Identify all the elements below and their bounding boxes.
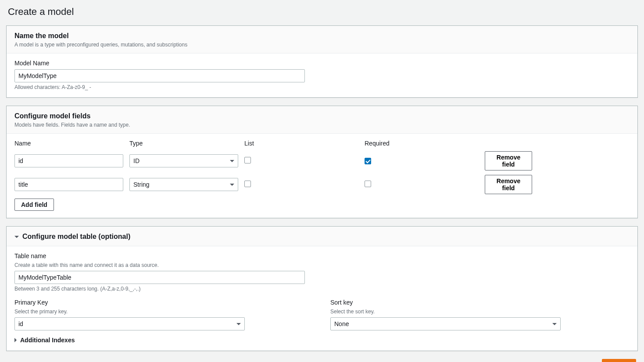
primary-key-label: Primary Key: [14, 299, 251, 306]
col-required: Required: [365, 140, 479, 147]
panel-config-table: Configure model table (optional) Table n…: [6, 226, 638, 351]
panel-name-model-desc: A model is a type with preconfigured que…: [14, 42, 630, 48]
panel-name-model: Name the model A model is a type with pr…: [6, 25, 638, 98]
field-type-value: String: [133, 181, 150, 188]
field-row: String Remove field: [14, 175, 630, 194]
field-list-checkbox[interactable]: [244, 157, 251, 163]
fields-header-row: Name Type List Required: [14, 140, 630, 147]
table-name-help: Between 3 and 255 characters long. (A-Z,…: [14, 286, 630, 292]
field-row: ID Remove field: [14, 151, 630, 170]
panel-config-table-header[interactable]: Configure model table (optional): [7, 227, 637, 246]
chevron-right-icon: [14, 338, 17, 342]
table-name-desc: Create a table with this name and connec…: [14, 262, 630, 268]
cancel-button[interactable]: Cancel: [563, 359, 597, 362]
primary-key-desc: Select the primary key.: [14, 309, 251, 315]
primary-key-select[interactable]: id: [14, 317, 245, 330]
remove-field-button[interactable]: Remove field: [485, 151, 532, 170]
panel-name-model-title: Name the model: [14, 32, 630, 40]
panel-config-fields: Configure model fields Models have field…: [6, 106, 638, 218]
model-name-input[interactable]: [14, 69, 305, 82]
additional-indexes-toggle[interactable]: Additional Indexes: [14, 337, 630, 344]
page-title: Create a model: [8, 6, 638, 18]
chevron-down-icon: [230, 160, 234, 162]
chevron-down-icon: [552, 323, 557, 325]
panel-config-table-title: Configure model table (optional): [22, 233, 130, 241]
add-field-button[interactable]: Add field: [14, 199, 54, 211]
table-name-label: Table name: [14, 252, 630, 259]
field-type-select[interactable]: String: [129, 178, 238, 191]
sort-key-select[interactable]: None: [330, 317, 561, 330]
panel-name-model-header: Name the model A model is a type with pr…: [7, 26, 637, 53]
chevron-down-icon: [230, 184, 234, 186]
primary-key-value: id: [18, 320, 23, 327]
panel-config-fields-desc: Models have fields. Fields have a name a…: [14, 122, 630, 128]
table-name-input[interactable]: [14, 271, 305, 284]
sort-key-desc: Select the sort key.: [330, 309, 567, 315]
field-type-value: ID: [133, 157, 140, 164]
model-name-label: Model Name: [14, 60, 630, 67]
field-name-input[interactable]: [14, 178, 123, 191]
field-name-input[interactable]: [14, 154, 123, 167]
col-type: Type: [129, 140, 238, 147]
sort-key-label: Sort key: [330, 299, 567, 306]
field-type-select[interactable]: ID: [129, 154, 238, 167]
col-list: List: [244, 140, 358, 147]
field-required-checkbox[interactable]: [365, 158, 371, 164]
panel-config-fields-title: Configure model fields: [14, 112, 630, 120]
col-name: Name: [14, 140, 123, 147]
remove-field-button[interactable]: Remove field: [485, 175, 532, 194]
footer-actions: Cancel Create: [6, 359, 638, 362]
create-button[interactable]: Create: [602, 359, 636, 362]
field-list-checkbox[interactable]: [244, 181, 251, 187]
chevron-down-icon: [236, 323, 241, 325]
chevron-down-icon: [14, 236, 19, 238]
additional-indexes-label: Additional Indexes: [20, 337, 75, 344]
field-required-checkbox[interactable]: [365, 181, 371, 187]
sort-key-value: None: [334, 320, 349, 327]
model-name-help: Allowed characters: A-Za-z0-9_ -: [14, 84, 630, 90]
panel-config-fields-header: Configure model fields Models have field…: [7, 106, 637, 134]
